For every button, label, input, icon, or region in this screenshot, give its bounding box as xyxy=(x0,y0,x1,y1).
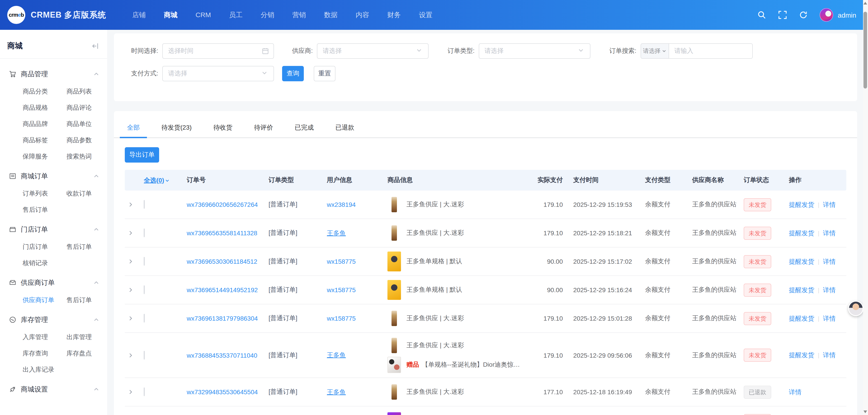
order-search-input[interactable]: 请输入 xyxy=(669,44,752,58)
nav-item-settings[interactable]: 设置 xyxy=(410,0,441,30)
nav-item-finance[interactable]: 财务 xyxy=(378,0,410,30)
scroll-up-arrow[interactable] xyxy=(864,2,867,4)
user-link[interactable]: wx238194 xyxy=(327,201,356,208)
supplier-select[interactable]: 请选择 xyxy=(317,43,429,59)
fullscreen-icon[interactable] xyxy=(778,10,787,20)
row-checkbox[interactable] xyxy=(144,257,145,266)
sidebar-item[interactable]: 商品规格 xyxy=(23,104,62,112)
expand-row-icon[interactable] xyxy=(128,287,144,292)
detail-link[interactable]: 详情 xyxy=(823,351,836,358)
detail-link[interactable]: 详情 xyxy=(823,257,836,265)
remind-ship-link[interactable]: 提醒发货 xyxy=(789,351,814,358)
sidebar-item[interactable]: 入库管理 xyxy=(23,333,62,341)
user-link[interactable]: wx158775 xyxy=(327,286,356,293)
collapse-sidebar-icon[interactable] xyxy=(92,42,99,49)
order-search-field-select[interactable]: 请选择 xyxy=(641,44,669,58)
vertical-scrollbar[interactable] xyxy=(863,0,868,415)
nav-item-data[interactable]: 数据 xyxy=(315,0,346,30)
sidebar-item[interactable]: 保障服务 xyxy=(23,152,62,161)
tab-all[interactable]: 全部 xyxy=(120,117,147,137)
remind-ship-link[interactable]: 提醒发货 xyxy=(789,201,814,208)
refresh-icon[interactable] xyxy=(799,10,808,20)
detail-link[interactable]: 详情 xyxy=(823,314,836,322)
user-link[interactable]: 王多鱼 xyxy=(327,351,346,358)
sidebar-item[interactable]: 收款订单 xyxy=(66,190,106,198)
user-link[interactable]: 王多鱼 xyxy=(327,229,346,236)
remind-ship-link[interactable]: 提醒发货 xyxy=(789,257,814,265)
search-button[interactable]: 查询 xyxy=(282,66,304,81)
expand-row-icon[interactable] xyxy=(128,202,144,207)
row-checkbox[interactable] xyxy=(144,387,145,396)
expand-row-icon[interactable] xyxy=(128,230,144,236)
menu-group-inventory-header[interactable]: 库存管理 xyxy=(0,314,107,325)
row-checkbox[interactable] xyxy=(144,351,145,359)
order-no-link[interactable]: wx736884535370711040 xyxy=(187,351,257,359)
expand-row-icon[interactable] xyxy=(128,352,144,358)
tab-pending-receipt[interactable]: 待收货 xyxy=(206,117,240,137)
order-no-link[interactable]: wx736965303061184512 xyxy=(187,258,257,265)
expand-row-icon[interactable] xyxy=(128,389,144,395)
detail-link[interactable]: 详情 xyxy=(823,229,836,236)
menu-group-mall-orders-header[interactable]: 商城订单 xyxy=(0,171,107,181)
tab-pending-review[interactable]: 待评价 xyxy=(247,117,280,137)
sidebar-item[interactable]: 商品参数 xyxy=(66,136,106,144)
sidebar-item[interactable]: 售后订单 xyxy=(66,296,106,304)
menu-group-mall-settings-header[interactable]: 商城设置 xyxy=(0,384,107,395)
sidebar-item[interactable]: 商品评论 xyxy=(66,104,106,112)
row-checkbox[interactable] xyxy=(144,314,145,322)
sidebar-item[interactable]: 库存查询 xyxy=(23,349,62,358)
order-no-link[interactable]: wx736965635581411328 xyxy=(187,230,257,237)
sidebar-item[interactable]: 售后订单 xyxy=(23,206,62,214)
search-icon[interactable] xyxy=(757,10,766,20)
scrollbar-thumb[interactable] xyxy=(864,12,867,89)
nav-item-distribution[interactable]: 分销 xyxy=(252,0,283,30)
menu-group-product-header[interactable]: 商品管理 xyxy=(0,69,107,79)
time-picker-input[interactable]: 选择时间 xyxy=(162,43,274,59)
nav-item-marketing[interactable]: 营销 xyxy=(283,0,315,30)
sidebar-item[interactable]: 售后订单 xyxy=(66,243,106,251)
username[interactable]: admin xyxy=(838,11,856,19)
tab-completed[interactable]: 已完成 xyxy=(287,117,321,137)
remind-ship-link[interactable]: 提醒发货 xyxy=(789,286,814,293)
scroll-down-arrow[interactable] xyxy=(864,411,867,413)
order-no-link[interactable]: wx736966020656267264 xyxy=(187,201,258,208)
tab-pending-shipment[interactable]: 待发货(23) xyxy=(154,117,199,137)
row-checkbox[interactable] xyxy=(144,285,145,294)
select-all-dropdown[interactable]: 全选(0) xyxy=(144,176,169,184)
sidebar-item-supplier-orders[interactable]: 供应商订单 xyxy=(23,296,62,304)
sidebar-item[interactable]: 订单列表 xyxy=(23,190,62,198)
nav-item-staff[interactable]: 员工 xyxy=(220,0,252,30)
sidebar-item[interactable]: 商品标签 xyxy=(23,136,62,144)
detail-link[interactable]: 详情 xyxy=(823,201,836,208)
tab-refunded[interactable]: 已退款 xyxy=(328,117,362,137)
expand-row-icon[interactable] xyxy=(128,259,144,264)
sidebar-item[interactable]: 核销记录 xyxy=(23,259,62,267)
menu-group-supplier-orders-header[interactable]: 供应商订单 xyxy=(0,277,107,288)
user-link[interactable]: wx158775 xyxy=(327,258,356,265)
row-checkbox[interactable] xyxy=(144,200,145,209)
nav-item-mall[interactable]: 商城 xyxy=(155,0,186,30)
expand-row-icon[interactable] xyxy=(128,316,144,321)
pay-type-select[interactable]: 请选择 xyxy=(162,66,274,81)
user-link[interactable]: 王多鱼 xyxy=(327,388,346,395)
menu-group-store-orders-header[interactable]: 门店订单 xyxy=(0,224,107,235)
sidebar-item[interactable]: 商品分类 xyxy=(23,88,62,96)
nav-item-shop[interactable]: 店铺 xyxy=(123,0,155,30)
remind-ship-link[interactable]: 提醒发货 xyxy=(789,229,814,236)
sidebar-item[interactable]: 商品品牌 xyxy=(23,120,62,128)
sidebar-item[interactable]: 出库管理 xyxy=(66,333,106,341)
nav-item-crm[interactable]: CRM xyxy=(186,0,220,30)
sidebar-item[interactable]: 商品列表 xyxy=(66,88,106,96)
sidebar-item[interactable]: 商品单位 xyxy=(66,120,106,128)
user-avatar[interactable] xyxy=(819,8,833,22)
nav-item-content[interactable]: 内容 xyxy=(346,0,378,30)
remind-ship-link[interactable]: 提醒发货 xyxy=(789,314,814,322)
sidebar-item[interactable]: 出入库记录 xyxy=(23,366,62,374)
order-no-link[interactable]: wx736965144914952192 xyxy=(187,286,258,293)
order-no-link[interactable]: wx736961381797986304 xyxy=(187,315,258,322)
order-no-link[interactable]: wx732994835530645504 xyxy=(187,388,258,395)
export-orders-button[interactable]: 导出订单 xyxy=(125,147,159,163)
detail-link[interactable]: 详情 xyxy=(789,388,802,395)
row-checkbox[interactable] xyxy=(144,229,145,237)
sidebar-item[interactable]: 门店订单 xyxy=(23,243,62,251)
